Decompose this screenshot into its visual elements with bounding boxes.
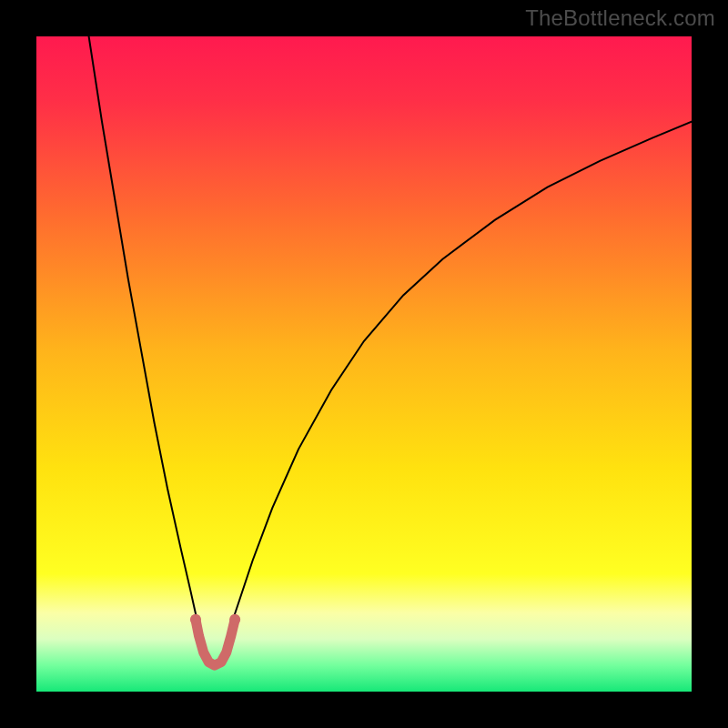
watermark-text: TheBottleneck.com bbox=[525, 5, 715, 31]
chart-background bbox=[36, 36, 692, 692]
marker-dot bbox=[190, 614, 201, 625]
chart-frame: TheBottleneck.com bbox=[0, 0, 728, 728]
chart-plot bbox=[36, 36, 692, 692]
marker-dot bbox=[229, 614, 240, 625]
